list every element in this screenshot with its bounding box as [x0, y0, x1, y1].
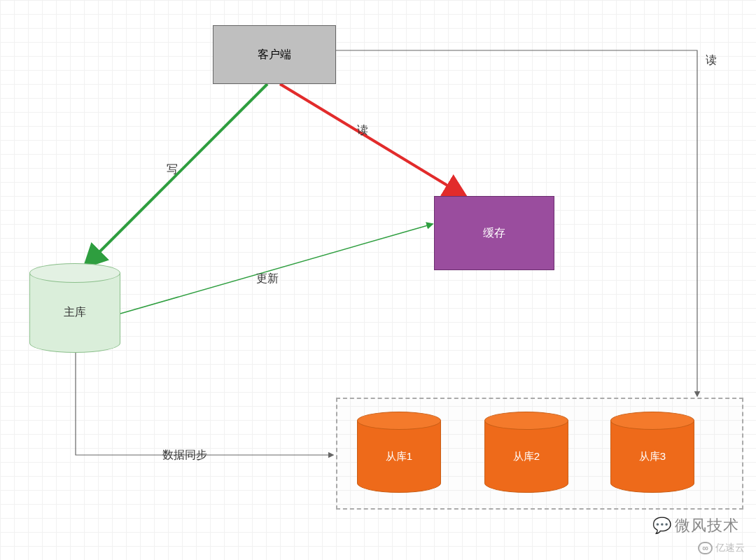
- client-label: 客户端: [258, 48, 291, 62]
- cache-label: 缓存: [483, 226, 505, 241]
- replica-db-node-2: 从库2: [484, 412, 568, 493]
- edge-label-sync: 数据同步: [162, 448, 207, 463]
- replica-db-label: 从库1: [386, 450, 412, 463]
- client-node: 客户端: [213, 25, 336, 84]
- watermark-primary-text: 微风技术: [675, 515, 739, 536]
- edge-client-cache: [280, 84, 465, 196]
- master-db-top: [29, 263, 120, 283]
- master-db-body: 主库: [29, 273, 120, 353]
- replica-db-top: [484, 412, 568, 430]
- replica-db-node-1: 从库1: [357, 412, 441, 493]
- replica-db-node-3: 从库3: [610, 412, 694, 493]
- replica-db-label: 从库2: [513, 450, 540, 463]
- edge-master-replicas: [76, 353, 333, 455]
- cloud-icon: ∞: [698, 542, 713, 554]
- watermark-secondary-text: 亿速云: [715, 542, 745, 554]
- watermark-primary: 💬 微风技术: [652, 515, 739, 536]
- master-db-label: 主库: [64, 305, 86, 320]
- replica-db-body: 从库1: [357, 421, 441, 493]
- watermark-secondary: ∞ 亿速云: [698, 542, 745, 554]
- edge-master-cache: [120, 224, 433, 314]
- replica-db-body: 从库3: [610, 421, 694, 493]
- replica-db-top: [610, 412, 694, 430]
- edge-label-read-replica: 读: [706, 53, 717, 68]
- cache-node: 缓存: [434, 196, 554, 270]
- edge-label-write: 写: [167, 162, 178, 177]
- replica-db-top: [357, 412, 441, 430]
- edge-label-read-cache: 读: [357, 123, 368, 138]
- wechat-icon: 💬: [652, 517, 672, 535]
- edge-label-update: 更新: [256, 272, 279, 286]
- master-db-node: 主库: [29, 263, 120, 353]
- replica-db-body: 从库2: [484, 421, 568, 493]
- replica-db-label: 从库3: [639, 450, 666, 463]
